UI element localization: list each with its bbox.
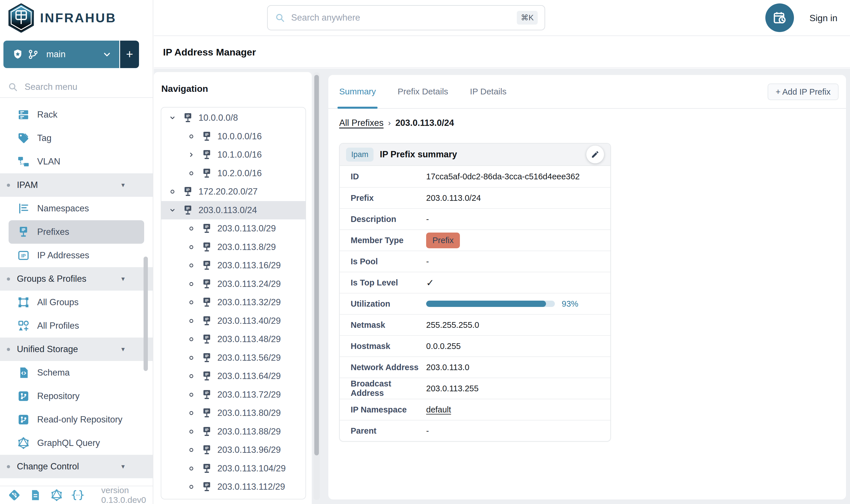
tree-item-label: 203.0.113.112/29	[217, 482, 285, 492]
tree-item-203-0-113-64-29[interactable]: IP203.0.113.64/29	[161, 367, 305, 385]
table-row-hostmask: Hostmask0.0.0.255	[340, 335, 610, 356]
sidebar-scrollbar[interactable]	[144, 256, 148, 371]
repository-icon	[17, 390, 30, 402]
tab-prefix-details[interactable]: Prefix Details	[398, 75, 448, 108]
tree-item-label: 203.0.113.64/29	[217, 371, 281, 381]
tree-item-203-0-113-16-29[interactable]: IP203.0.113.16/29	[161, 256, 305, 275]
tree-item-203-0-113-24-29[interactable]: IP203.0.113.24/29	[161, 275, 305, 293]
tree-item-172-20-20-0-27[interactable]: IP172.20.20.0/27	[161, 182, 305, 201]
circle-icon	[186, 446, 196, 454]
tree-item-label: 10.0.0.0/16	[217, 131, 262, 142]
svg-text:IP: IP	[205, 373, 209, 376]
tree-item-203-0-113-72-29[interactable]: IP203.0.113.72/29	[161, 385, 305, 404]
section-dot-icon	[7, 465, 10, 468]
tree-item-203-0-113-88-29[interactable]: IP203.0.113.88/29	[161, 422, 305, 441]
tab-ip-details[interactable]: IP Details	[470, 75, 507, 108]
sidebar-item-read-only-repository[interactable]: Read-only Repository	[0, 408, 153, 431]
sidebar-section-unified-storage[interactable]: Unified Storage▼	[0, 338, 153, 361]
sidebar-section-label: Groups & Profiles	[17, 274, 86, 284]
tree-item-label: 203.0.113.0/29	[217, 223, 276, 234]
sidebar-item-label: All Profiles	[37, 321, 79, 331]
ip-namespace-link[interactable]: default	[426, 405, 451, 414]
svg-text:IP: IP	[186, 206, 190, 210]
row-label: Hostmask	[340, 342, 426, 351]
braces-icon[interactable]	[72, 489, 84, 501]
sidebar-item-graphql-query[interactable]: GraphQL Query	[0, 431, 153, 455]
tree-item-203-0-113-56-29[interactable]: IP203.0.113.56/29	[161, 349, 305, 367]
tree-item-label: 203.0.113.96/29	[217, 445, 281, 455]
tree-item-203-0-113-120-29[interactable]: IP203.0.113.120/29	[161, 496, 305, 500]
sidebar-item-ip-addresses[interactable]: IPIP Addresses	[0, 244, 153, 267]
sign-in-button[interactable]: Sign in	[809, 0, 837, 36]
tree-item-10-0-0-0-8[interactable]: IP10.0.0.0/8	[161, 109, 305, 127]
namespaces-icon	[17, 202, 30, 215]
sidebar-item-rack[interactable]: Rack	[0, 103, 153, 126]
scrollbar-thumb[interactable]	[314, 75, 319, 455]
create-branch-button[interactable]: +	[120, 41, 139, 68]
tree-item-203-0-113-0-24[interactable]: IP203.0.113.0/24	[161, 201, 305, 220]
branch-selector-button[interactable]: main	[3, 41, 119, 68]
sidebar-item-namespaces[interactable]: Namespaces	[0, 197, 153, 220]
collapse-triangle-icon: ▼	[120, 182, 126, 188]
tree-item-203-0-113-40-29[interactable]: IP203.0.113.40/29	[161, 312, 305, 330]
tree-item-203-0-113-112-29[interactable]: IP203.0.113.112/29	[161, 478, 305, 496]
tree-item-10-0-0-0-16[interactable]: IP10.0.0.0/16	[161, 127, 305, 146]
breadcrumb-all-prefixes-link[interactable]: All Prefixes	[339, 118, 383, 128]
sidebar-item-label: Rack	[37, 110, 57, 120]
sidebar-item-schema[interactable]: Schema	[0, 361, 153, 384]
prefix-icon: IP	[201, 426, 213, 437]
tree-item-10-2-0-0-16[interactable]: IP10.2.0.0/16	[161, 164, 305, 183]
tree-item-10-1-0-0-16[interactable]: IP10.1.0.0/16	[161, 146, 305, 164]
row-label: Broadcast Address	[340, 379, 426, 398]
search-menu-input[interactable]	[24, 82, 133, 92]
tree-item-203-0-113-0-29[interactable]: IP203.0.113.0/29	[161, 219, 305, 238]
sidebar-section-ipam[interactable]: IPAM▼	[0, 173, 153, 197]
sidebar-item-tag[interactable]: Tag	[0, 126, 153, 150]
prefix-tree: IP10.0.0.0/8IP10.0.0.0/16IP10.1.0.0/16IP…	[161, 107, 306, 500]
row-value: 0.0.0.255	[426, 342, 461, 351]
tab-summary[interactable]: Summary	[339, 75, 376, 108]
sidebar-section-groups-profiles[interactable]: Groups & Profiles▼	[0, 267, 153, 291]
chevron-down-icon[interactable]	[168, 206, 177, 214]
sidebar-item-repository[interactable]: Repository	[0, 384, 153, 408]
git-icon[interactable]	[8, 489, 21, 501]
table-row-parent: Parent-	[340, 420, 610, 441]
svg-text:IP: IP	[205, 483, 209, 487]
main-panel: SummaryPrefix DetailsIP Details + Add IP…	[328, 75, 846, 500]
sidebar-item-prefixes[interactable]: IPPrefixes	[8, 220, 144, 244]
document-icon[interactable]	[29, 489, 42, 501]
svg-text:IP: IP	[205, 428, 209, 432]
edit-button[interactable]	[586, 146, 604, 163]
tree-item-203-0-113-96-29[interactable]: IP203.0.113.96/29	[161, 441, 305, 460]
table-row-is-top-level: Is Top Level✓	[340, 272, 610, 293]
infrahub-hexagon-logo-icon	[7, 3, 35, 33]
tree-item-203-0-113-48-29[interactable]: IP203.0.113.48/29	[161, 330, 305, 349]
row-label: Is Pool	[340, 257, 426, 266]
sidebar-section-change-control[interactable]: Change Control▼	[0, 455, 153, 478]
add-ip-prefix-button[interactable]: + Add IP Prefix	[767, 84, 838, 100]
prefix-icon: IP	[201, 296, 213, 308]
sidebar-item-label: GraphQL Query	[37, 438, 100, 448]
tree-item-label: 203.0.113.16/29	[217, 260, 281, 271]
search-anywhere-input[interactable]	[291, 13, 511, 23]
sidebar-item-label: Prefixes	[37, 227, 69, 237]
tree-item-203-0-113-8-29[interactable]: IP203.0.113.8/29	[161, 238, 305, 256]
chevron-right-icon[interactable]	[186, 151, 196, 159]
sidebar-item-vlan[interactable]: VLAN	[0, 150, 153, 173]
circle-icon	[186, 409, 196, 417]
chevron-down-icon[interactable]	[168, 114, 177, 122]
tree-item-203-0-113-32-29[interactable]: IP203.0.113.32/29	[161, 293, 305, 312]
tree-item-203-0-113-104-29[interactable]: IP203.0.113.104/29	[161, 460, 305, 478]
sidebar-item-all-groups[interactable]: All Groups	[0, 291, 153, 314]
svg-text:IP: IP	[205, 409, 209, 413]
utilization-bar-fill	[426, 301, 546, 307]
row-label: Member Type	[340, 236, 426, 245]
time-travel-button[interactable]	[765, 3, 794, 32]
graphql-icon[interactable]	[50, 489, 63, 501]
circle-icon	[186, 391, 196, 399]
tree-item-203-0-113-80-29[interactable]: IP203.0.113.80/29	[161, 404, 305, 422]
prefix-icon: IP	[17, 226, 30, 238]
top-header: ⌘K Sign in	[154, 0, 850, 36]
navigation-scrollbar[interactable]	[313, 72, 320, 500]
sidebar-item-all-profiles[interactable]: All Profiles	[0, 314, 153, 338]
